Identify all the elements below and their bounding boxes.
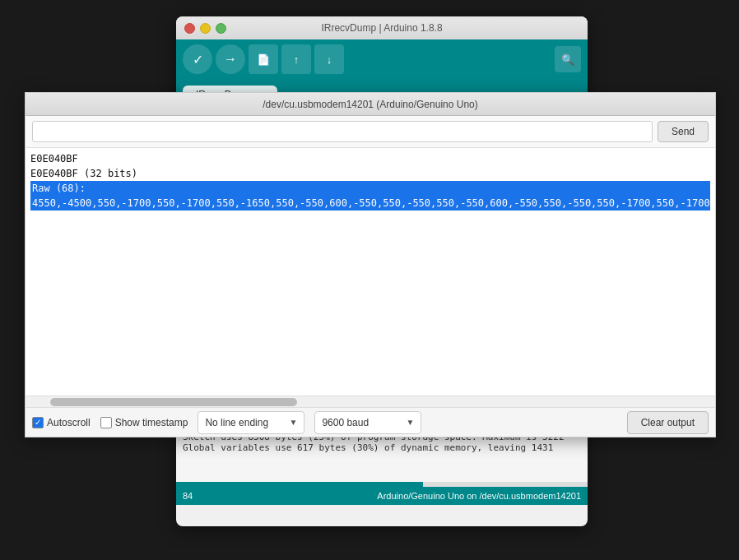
autoscroll-checkbox[interactable]: ✓	[32, 417, 44, 428]
arduino-board-info: Arduino/Genuino Uno on /dev/cu.usbmodem1…	[377, 491, 581, 501]
output-line-2: E0E040BF (32 bits)	[30, 168, 137, 179]
search-icon[interactable]: 🔍	[555, 46, 581, 72]
show-timestamp-container: Show timestamp	[100, 417, 188, 428]
serial-monitor-titlebar: /dev/cu.usbmodem14201 (Arduino/Genuino U…	[26, 93, 715, 116]
open-button[interactable]: ↑	[281, 44, 311, 74]
serial-input-bar: Send	[26, 116, 715, 148]
serial-scrollbar[interactable]	[26, 396, 715, 407]
autoscroll-container: ✓ Autoscroll	[32, 417, 91, 428]
serial-scrollbar-thumb[interactable]	[50, 398, 297, 406]
arduino-progressbar	[176, 482, 588, 487]
show-timestamp-label: Show timestamp	[115, 417, 188, 428]
arduino-line-number: 84	[183, 491, 193, 501]
new-button[interactable]: 📄	[249, 44, 278, 74]
arduino-title: IRrecvDump | Arduino 1.8.8	[321, 22, 442, 34]
clear-output-button[interactable]: Clear output	[627, 411, 709, 434]
line-ending-dropdown-arrow: ▼	[289, 418, 297, 427]
arduino-progress-fill	[176, 482, 423, 487]
baud-rate-label: 9600 baud	[322, 417, 369, 428]
baud-rate-dropdown[interactable]: 9600 baud ▼	[314, 411, 421, 434]
arduino-statusbar: 84 Arduino/Genuino Uno on /dev/cu.usbmod…	[176, 487, 588, 505]
serial-output-area: E0E040BF E0E040BF (32 bits) Raw (68): 45…	[26, 148, 715, 396]
serial-input-field[interactable]	[32, 121, 653, 142]
output-line3: Global variables use 617 bytes (30%) of …	[183, 442, 581, 453]
traffic-lights	[184, 23, 226, 34]
line-ending-label: No line ending	[205, 417, 268, 428]
line-ending-dropdown[interactable]: No line ending ▼	[198, 411, 304, 434]
maximize-button[interactable]	[216, 23, 226, 34]
send-button[interactable]: Send	[658, 121, 709, 142]
serial-monitor-window: /dev/cu.usbmodem14201 (Arduino/Genuino U…	[25, 92, 716, 437]
show-timestamp-checkbox[interactable]	[100, 417, 112, 428]
autoscroll-label: Autoscroll	[47, 417, 91, 428]
upload-button[interactable]: →	[216, 44, 245, 74]
minimize-button[interactable]	[200, 23, 211, 34]
checkbox-checkmark: ✓	[35, 418, 41, 427]
verify-button[interactable]: ✓	[183, 44, 212, 74]
arduino-titlebar: IRrecvDump | Arduino 1.8.8	[176, 16, 588, 39]
output-line-3: Raw (68): 4550,-4500,550,-1700,550,-1700…	[30, 181, 710, 211]
save-button[interactable]: ↓	[314, 44, 344, 74]
output-line-1: E0E040BF	[30, 153, 78, 164]
close-button[interactable]	[184, 23, 195, 34]
serial-monitor-title: /dev/cu.usbmodem14201 (Arduino/Genuino U…	[263, 99, 478, 110]
serial-statusbar: ✓ Autoscroll Show timestamp No line endi…	[26, 407, 715, 437]
arduino-toolbar: ✓ → 📄 ↑ ↓ 🔍	[176, 39, 588, 79]
baud-rate-dropdown-arrow: ▼	[406, 418, 414, 427]
